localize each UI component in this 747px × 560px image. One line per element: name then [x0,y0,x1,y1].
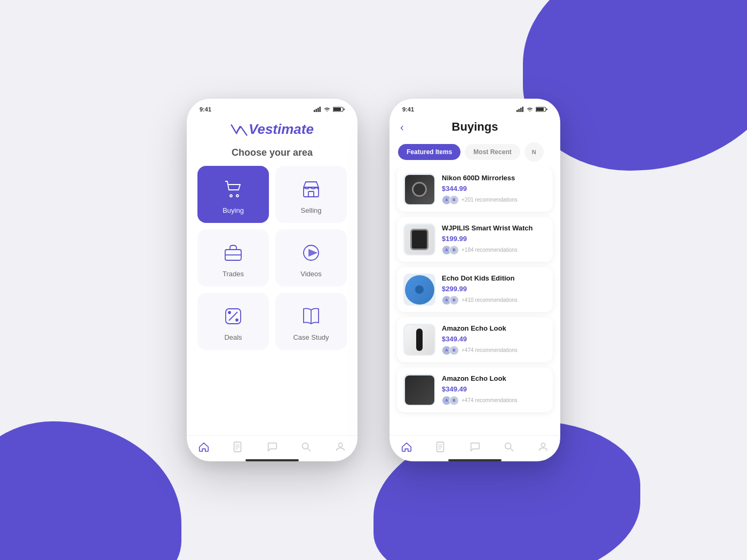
nav-buyings-search[interactable] [503,441,515,453]
item-price-watch: $199.99 [442,235,546,243]
area-grid: Buying Selling [187,166,357,350]
item-card-echo-look-1[interactable]: Amazon Echo Look $349.49 A B +474 recomm… [397,317,553,362]
buyings-header: ‹ Buyings [390,113,560,139]
nav-buyings-chat[interactable] [469,441,481,453]
grid-item-buying[interactable]: Buying [197,166,269,223]
item-img-echo-look-1 [403,324,435,356]
percent-icon [221,305,245,328]
item-card-watch[interactable]: WJPILIS Smart Wrist Watch $199.99 A B +1… [397,217,553,262]
status-icons-home [314,107,345,112]
phones-container: 9:41 [0,0,747,560]
svg-rect-28 [519,109,520,112]
item-recs-echo-dot: A B +410 recommendations [442,295,546,305]
items-list: Nikon 600D Mirrorless $344.99 A B +201 r… [390,167,560,435]
cart-icon [221,178,245,201]
svg-marker-14 [309,250,316,256]
avatar-2: B [449,346,459,355]
echo-look-image-1 [405,325,434,355]
item-info-echo-look-2: Amazon Echo Look $349.49 A B +474 recomm… [442,374,546,405]
item-name-echo-look-1: Amazon Echo Look [442,324,546,333]
logo-v-icon [231,123,248,136]
nav-buyings-profile[interactable] [537,441,549,453]
item-name-nikon: Nikon 600D Mirrorless [442,174,546,183]
tab-featured-items[interactable]: Featured Items [398,144,460,160]
battery-icon-home [333,107,345,112]
nav-buyings-home[interactable] [401,441,412,453]
item-img-echo-look-2 [403,374,435,406]
logo-text: Vestimate [249,121,314,138]
grid-label-buying: Buying [222,206,244,214]
rec-text-echo-dot: +410 recommendations [462,297,518,303]
avatars-echo-dot: A B [442,295,459,305]
item-recs-echo-look-2: A B +474 recommendations [442,396,546,405]
wifi-icon-home [323,107,331,112]
svg-rect-32 [536,108,544,111]
phone-home: 9:41 [187,99,357,461]
tab-most-recent[interactable]: Most Recent [465,144,520,160]
svg-rect-1 [316,109,317,112]
nav-buyings-document[interactable] [435,441,447,453]
item-recs-watch: A B +184 recommendations [442,245,546,255]
item-card-echo-look-2[interactable]: Amazon Echo Look $349.49 A B +474 recomm… [397,367,553,412]
avatars-watch: A B [442,245,459,255]
nav-home-document[interactable] [232,441,244,453]
item-img-echo-dot [403,274,435,306]
svg-point-40 [541,443,545,447]
phone-buyings: 9:41 [390,99,560,461]
grid-item-videos[interactable]: Videos [275,229,347,286]
item-name-echo-look-2: Amazon Echo Look [442,374,546,383]
item-recs-echo-look-1: A B +474 recommendations [442,346,546,355]
status-icons-buyings [516,107,547,112]
nav-home-search[interactable] [300,441,312,453]
svg-rect-33 [546,109,547,110]
choose-area-title: Choose your area [187,143,357,166]
svg-line-39 [511,449,514,452]
camera-image [405,175,434,204]
svg-line-25 [308,449,311,452]
avatars-echo-look-2: A B [442,396,459,405]
home-indicator [245,459,299,461]
echo-look-image-2 [405,375,434,405]
signal-icon-buyings [516,107,524,112]
svg-rect-27 [516,110,518,112]
briefcase-icon [221,241,245,265]
item-card-echo-dot[interactable]: Echo Dot Kids Edition $299.99 A B +410 r… [397,267,553,312]
avatar-2: B [449,195,459,205]
status-bar-home: 9:41 [187,99,357,113]
phone-home-content: Vestimate Choose your area Buying [187,113,357,461]
item-info-echo-look-1: Amazon Echo Look $349.49 A B +474 recomm… [442,324,546,355]
svg-rect-0 [314,110,315,112]
item-name-watch: WJPILIS Smart Wrist Watch [442,224,546,233]
rec-text-watch: +184 recommendations [462,247,518,253]
grid-label-selling: Selling [300,206,321,214]
svg-point-24 [303,443,308,449]
grid-item-case-study[interactable]: Case Study [275,293,347,350]
watch-image [405,225,434,254]
rec-text-nikon: +201 recommendations [462,197,518,203]
svg-point-26 [338,443,342,447]
nav-home-profile[interactable] [335,441,346,453]
tab-more[interactable]: N [525,142,544,162]
grid-label-deals: Deals [224,333,242,341]
time-home: 9:41 [200,106,211,113]
buyings-title: Buyings [452,120,498,134]
svg-rect-2 [317,108,319,112]
svg-rect-5 [333,108,341,111]
rec-text-echo-look-1: +474 recommendations [462,347,518,353]
nav-home-home[interactable] [198,441,210,453]
nav-home-chat[interactable] [266,441,278,453]
item-info-echo-dot: Echo Dot Kids Edition $299.99 A B +410 r… [442,274,546,305]
grid-item-deals[interactable]: Deals [197,293,269,350]
home-indicator-buyings [448,459,502,461]
grid-label-trades: Trades [222,270,244,278]
grid-item-selling[interactable]: Selling [275,166,347,223]
back-button[interactable]: ‹ [400,121,404,133]
item-card-nikon[interactable]: Nikon 600D Mirrorless $344.99 A B +201 r… [397,167,553,212]
svg-point-18 [236,319,238,321]
grid-item-trades[interactable]: Trades [197,229,269,286]
avatar-2: B [449,245,459,255]
svg-point-8 [236,195,239,197]
svg-rect-10 [308,191,314,197]
item-recs-nikon: A B +201 recommendations [442,195,546,205]
wifi-icon-buyings [526,107,534,112]
